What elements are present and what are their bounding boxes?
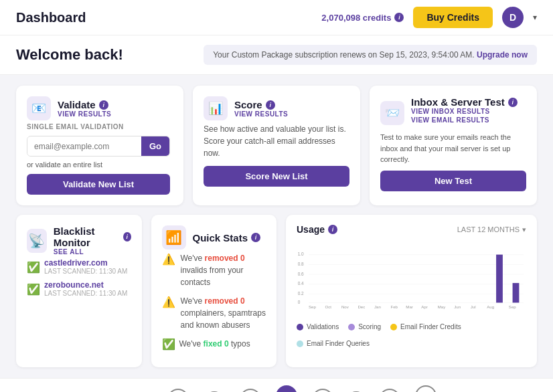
score-new-list-button[interactable]: Score New List [204,166,349,187]
footer-badges: AICPASOC 2 SOC 2 Certified SOC 2TYPE II … [165,385,439,392]
usage-info-icon[interactable]: i [328,225,337,234]
dashboard-title: Dashboard [16,10,86,25]
welcome-greeting: Welcome back! [16,46,123,64]
blacklist-see-all[interactable]: SEE ALL [54,248,131,256]
period-chevron: ▾ [522,225,526,234]
view-inbox-results[interactable]: VIEW INBOX RESULTS [411,108,518,115]
svg-text:Mar: Mar [406,304,413,309]
go-button[interactable]: Go [141,136,169,156]
credits-display: 2,070,098 credits i [321,13,404,23]
usage-title: Usage i [297,224,337,235]
blacklist-header: 📡 Blacklist Monitor i SEE ALL [27,225,131,256]
upgrade-link[interactable]: Upgrade now [477,50,528,60]
svg-rect-12 [496,255,503,303]
inbox-info-icon[interactable]: i [508,98,518,107]
check-icon-stat: ✅ [162,338,174,350]
blacklist-domain-group-1: castledriver.com LAST SCANNED: 11:30 AM [44,258,127,275]
new-test-button[interactable]: New Test [380,171,526,191]
svg-text:0.6: 0.6 [298,272,304,276]
quick-stats-info-icon[interactable]: i [251,233,260,242]
last-months-selector[interactable]: LAST 12 MONTHS ▾ [457,225,526,234]
svg-text:Jul: Jul [471,304,476,309]
svg-text:Jan: Jan [374,304,381,309]
usage-chart: 1.0 0.8 0.6 0.4 0.2 0 [297,240,526,320]
legend-label-scoring: Scoring [358,323,381,330]
validate-icon: 📧 [27,96,51,120]
svg-text:Aug: Aug [487,304,494,309]
blacklist-icon: 📡 [27,229,47,253]
blacklist-card: 📡 Blacklist Monitor i SEE ALL ✅ castledr… [16,215,142,367]
badge-zb: ZB ZB Accuracy Guarantee [273,385,300,392]
quick-stats-card: 📶 Quick Stats i ⚠️ We've removed 0 inval… [151,215,277,367]
svg-text:0.8: 0.8 [298,262,304,266]
badge-ccpa-circle: CCPA [240,389,261,393]
chart-legend: Validations Scoring Email Finder Credits… [297,323,526,347]
svg-text:1.0: 1.0 [298,252,304,256]
check-icon-1: ✅ [27,261,39,273]
top-row: 📧 Validate i VIEW RESULTS SINGLE EMAIL V… [16,86,537,205]
usage-card: Usage i LAST 12 MONTHS ▾ 1.0 0.8 0.6 0.4 [286,215,537,367]
welcome-bar: Welcome back! Your Custom Package subscr… [0,35,553,75]
badge-zb-circle: ZB [276,385,297,392]
blacklist-scanned-1: LAST SCANNED: 11:30 AM [44,268,127,275]
stat-text-3: We've fixed 0 typos [179,338,250,350]
score-card-header: 📊 Score i VIEW RESULTS [204,96,349,120]
badge-ccpa: CCPA CCPA Compliant [237,389,264,393]
quick-stats-icon: 📶 [162,225,186,250]
blacklist-domain-1: castledriver.com [44,258,127,268]
svg-text:May: May [438,304,446,309]
blacklist-info-icon[interactable]: i [123,232,131,241]
footer: Documentation Privacy Policy & Terms Ver… [0,378,553,392]
validate-left: SINGLE EMAIL VALIDATION Go or validate a… [27,123,170,195]
score-card: 📊 Score i VIEW RESULTS See how active an… [193,86,360,205]
svg-text:0.2: 0.2 [298,291,304,296]
score-icon: 📊 [204,96,228,120]
validate-new-list-button[interactable]: Validate New List [27,174,170,195]
quick-stats-title-group: Quick Stats i [193,232,261,243]
total-validations-label: TOTAL VALIDATIONS [177,164,183,177]
blacklist-item: ✅ castledriver.com LAST SCANNED: 11:30 A… [27,258,131,275]
view-email-results[interactable]: VIEW EMAIL RESULTS [411,116,518,124]
legend-label-finder-credits: Email Finder Credits [400,323,461,330]
inbox-card-header: 📨 Inbox & Server Test i VIEW INBOX RESUL… [380,96,526,129]
user-menu-chevron[interactable]: ▾ [533,13,537,22]
quick-stats-title: Quick Stats i [193,232,261,243]
email-input[interactable] [27,137,141,156]
check-icon-2: ✅ [27,283,39,295]
badge-privacy-circle: Privacy Shield [415,385,437,392]
subscription-text: Your Custom Package subscription renews … [213,50,474,60]
inbox-icon: 📨 [380,101,404,125]
inbox-card-links: VIEW INBOX RESULTS VIEW EMAIL RESULTS [411,108,518,124]
svg-text:Nov: Nov [341,304,349,309]
validate-info-icon[interactable]: i [99,100,108,110]
app-container: Dashboard 2,070,098 credits i Buy Credit… [0,0,553,392]
bottom-row: 📡 Blacklist Monitor i SEE ALL ✅ castledr… [16,215,537,367]
inbox-title-group: Inbox & Server Test i VIEW INBOX RESULTS… [411,96,518,129]
validate-layout: SINGLE EMAIL VALIDATION Go or validate a… [27,123,173,195]
validate-title-group: Validate i VIEW RESULTS [58,99,111,118]
blacklist-items: ✅ castledriver.com LAST SCANNED: 11:30 A… [27,258,131,297]
badge-privacy-shield: Privacy Shield Privacy Shield Framework [412,385,439,392]
stat-item-3: ✅ We've fixed 0 typos [162,338,266,350]
stat-item-1: ⚠️ We've removed 0 invalids from your co… [162,252,266,288]
validate-card: 📧 Validate i VIEW RESULTS SINGLE EMAIL V… [16,86,183,205]
svg-text:Feb: Feb [390,304,398,309]
badge-aicpa-circle: AICPASOC 2 [167,389,189,393]
validate-view-results[interactable]: VIEW RESULTS [58,110,111,118]
credits-info-icon[interactable]: i [394,13,404,22]
legend-validations: Validations [297,323,339,330]
credits-amount: 2,070,098 credits [321,13,391,23]
legend-dot-finder-queries [297,340,303,347]
legend-scoring: Scoring [348,323,381,330]
validate-title: Validate i [58,99,111,110]
stat-text-2: We've removed 0 complainers, spamtraps a… [181,295,266,331]
score-view-results[interactable]: VIEW RESULTS [234,110,288,118]
or-validate-text: or validate an entire list [27,161,170,169]
blacklist-domain-2: zerobounce.net [44,280,127,290]
score-info-icon[interactable]: i [266,100,275,110]
user-avatar: D [502,7,524,28]
subscription-notice: Your Custom Package subscription renews … [204,45,537,65]
buy-credits-button[interactable]: Buy Credits [413,7,493,28]
warn-icon-2: ⚠️ [162,296,175,308]
blacklist-item-2: ✅ zerobounce.net LAST SCANNED: 11:30 AM [27,280,131,297]
